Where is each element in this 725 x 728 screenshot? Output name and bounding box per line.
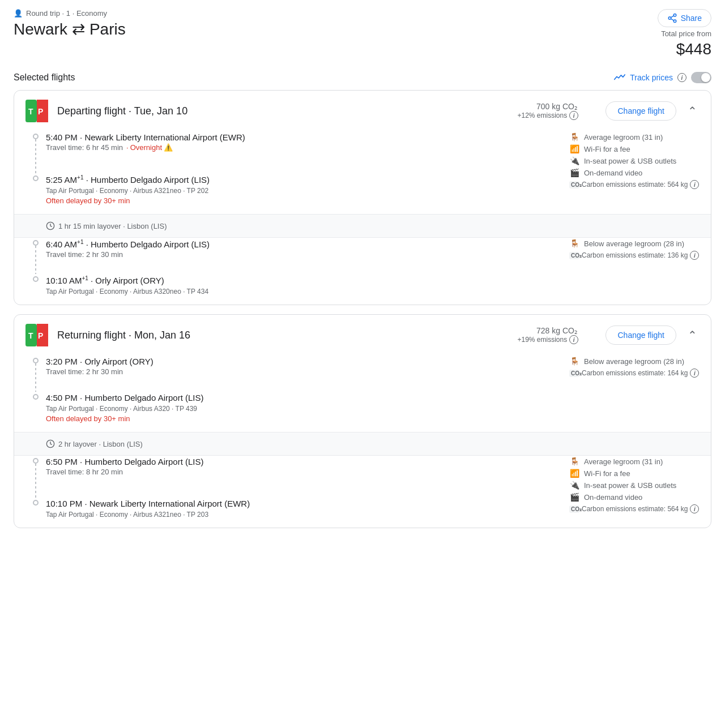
returning-seg1-travel-time: Travel time: 2 hr 30 min [46,367,153,376]
departing-flight-header: T P Departing flight · Tue, Jan 10 700 k… [14,91,711,131]
ret-seg2-co2-info-icon[interactable]: i [690,504,699,513]
returning-co2-info: 728 kg CO₂ +19% emissions i [517,326,596,344]
power-icon: 🔌 [569,156,579,165]
departing-seg1-arrive-time-loc: 5:25 AM+1 · Humberto Delgado Airport (LI… [46,174,210,185]
page-header: 👤 Round trip · 1 · Economy Newark ⇄ Pari… [14,9,711,58]
amenity-video: 🎬 On-demand video [569,168,700,177]
amenity-power: 🔌 In-seat power & USB outlets [569,156,700,165]
departing-change-flight-button[interactable]: Change flight [605,101,676,121]
departing-seg2-depart-time-loc: 6:40 AM+1 · Humberto Delgado Airport (LI… [46,239,210,249]
returning-co2-info-icon[interactable]: i [569,335,578,344]
ret-seg2-amenity-wifi: 📶 Wi-Fi for a fee [569,469,700,478]
ret-seg2-wifi-icon: 📶 [569,469,579,478]
departing-seg2-airline-info: Tap Air Portugal · Economy · Airbus A320… [46,288,208,296]
seg2-amenity-legroom: 🪑 Below average legroom (28 in) [569,239,700,248]
co2-badge-icon: CO₂ [569,181,579,189]
returning-seg2-amenities: 🪑 Average legroom (31 in) 📶 Wi-Fi for a … [569,456,700,519]
tap-airline-logo-returning: T P [25,324,48,346]
departing-seg1-pair: 5:40 PM · Newark Liberty International A… [25,131,700,205]
departing-layover: 1 hr 15 min layover · Lisbon (LIS) [14,214,711,238]
track-prices-info-icon[interactable]: i [677,73,686,82]
returning-seg1-amenities: 🪑 Below average legroom (28 in) CO₂ Carb… [569,356,700,423]
returning-seg2-arrive: 10:10 PM · Newark Liberty International … [46,498,250,519]
departing-co2-emissions: +12% emissions i [517,111,596,120]
returning-change-flight-button[interactable]: Change flight [605,326,676,345]
price-label: Total price from [661,29,711,38]
returning-seg2-depart: 6:50 PM · Humberto Delgado Airport (LIS)… [46,456,204,477]
seg1-timeline-line [35,139,36,173]
track-prices-label[interactable]: Track prices [630,73,673,82]
returning-seg2-travel-time: Travel time: 8 hr 20 min [46,468,204,476]
departing-seg1-left: 5:40 PM · Newark Liberty International A… [25,131,558,205]
ret-seg1-co2-info-icon[interactable]: i [690,369,699,378]
svg-text:P: P [38,107,43,116]
amenity-co2: CO₂ Carbon emissions estimate: 564 kg i [569,180,700,189]
ret-seg2-video-icon: 🎬 [569,493,579,502]
returning-seg2-depart-time-loc: 6:50 PM · Humberto Delgado Airport (LIS) [46,457,204,466]
returning-flight-header: T P Returning flight · Mon, Jan 16 728 k… [14,315,711,356]
section-header: Selected flights Track prices i [14,72,711,83]
departing-flight-card: T P Departing flight · Tue, Jan 10 700 k… [14,90,711,305]
amenity-wifi: 📶 Wi-Fi for a fee [569,144,700,153]
ret-seg2-co2-badge-icon: CO₂ [569,506,579,513]
total-price: $448 [676,40,711,58]
video-icon: 🎬 [569,168,579,177]
seg2-co2-badge-icon: CO₂ [569,252,579,259]
header-right: Share Total price from $448 [658,9,711,58]
returning-seg2-airline-info: Tap Air Portugal · Economy · Airbus A321… [46,511,250,519]
departing-collapse-icon[interactable]: ⌃ [685,102,700,120]
seg1-depart-dot [33,134,39,139]
departing-seg1-airline-info: Tap Air Portugal · Economy · Airbus A321… [46,187,210,195]
share-label: Share [681,14,702,23]
seg2-depart-dot [33,240,39,246]
co2-info-icon-departing[interactable]: i [569,111,578,120]
ret-seg2-power-icon: 🔌 [569,481,579,490]
ret-seg1-amenity-legroom: 🪑 Below average legroom (28 in) [569,357,700,366]
overnight-tag: · Overnight ⚠️ [126,143,173,152]
ret-seg1-seat-icon: 🪑 [569,357,579,366]
ret-seg1-co2-badge-icon: CO₂ [569,370,579,377]
svg-rect-16 [46,324,48,346]
person-icon: 👤 [14,9,23,18]
departing-segment-2: 6:40 AM+1 · Humberto Delgado Airport (LI… [14,238,711,305]
departing-seg1-arrive: 5:25 AM+1 · Humberto Delgado Airport (LI… [46,173,210,205]
seg2-amenity-co2: CO₂ Carbon emissions estimate: 136 kg i [569,251,700,260]
departing-seg1-often-delayed: Often delayed by 30+ min [46,196,210,205]
returning-collapse-icon[interactable]: ⌃ [685,326,700,344]
departing-seg2-left: 6:40 AM+1 · Humberto Delgado Airport (LI… [25,238,558,296]
seg2-co2-info-icon[interactable]: i [690,251,699,260]
ret-seg2-amenity-legroom: 🪑 Average legroom (31 in) [569,457,700,466]
ret-layover-icon [46,439,55,448]
departing-flight-title: Departing flight · Tue, Jan 10 [57,105,508,117]
co2-emissions-info-icon[interactable]: i [690,180,699,189]
departing-seg1-travel-time: Travel time: 6 hr 45 min · Overnight ⚠️ [46,143,245,152]
departing-seg2-amenities: 🪑 Below average legroom (28 in) CO₂ Carb… [569,238,700,296]
seg2-arrive-dot [33,276,39,282]
seat-icon: 🪑 [569,132,579,142]
departing-seg1-amenities: 🪑 Average legroom (31 in) 📶 Wi-Fi for a … [569,131,700,205]
svg-line-4 [671,16,673,18]
svg-line-3 [671,19,673,20]
track-prices-toggle[interactable] [691,72,711,83]
returning-co2-amount: 728 kg CO₂ [517,326,596,335]
returning-segment-2: 6:50 PM · Humberto Delgado Airport (LIS)… [14,456,711,528]
share-button[interactable]: Share [658,9,711,27]
departing-co2-amount: 700 kg CO₂ [517,102,596,111]
seg1-arrive-dot [33,175,39,181]
ret-seg2-arrive-dot [33,500,39,506]
wifi-icon: 📶 [569,144,579,153]
ret-seg2-amenity-power: 🔌 In-seat power & USB outlets [569,481,700,490]
returning-seg1-left: 3:20 PM · Orly Airport (ORY) Travel time… [25,356,558,423]
departing-co2-info: 700 kg CO₂ +12% emissions i [517,102,596,120]
tap-airline-logo-departing: T P [25,100,48,122]
returning-layover: 2 hr layover · Lisbon (LIS) [14,432,711,456]
returning-seg1-arrive: 4:50 PM · Humberto Delgado Airport (LIS)… [46,392,204,423]
returning-seg1-arrive-time-loc: 4:50 PM · Humberto Delgado Airport (LIS) [46,393,204,402]
departing-seg2-pair: 6:40 AM+1 · Humberto Delgado Airport (LI… [25,238,700,296]
ret-seg1-arrive-dot [33,394,39,400]
section-title: Selected flights [14,72,75,83]
svg-rect-9 [46,100,48,122]
track-prices-icon [614,74,625,82]
departing-seg1-depart-time-loc: 5:40 PM · Newark Liberty International A… [46,132,245,142]
header-left: 👤 Round trip · 1 · Economy Newark ⇄ Pari… [14,9,126,38]
